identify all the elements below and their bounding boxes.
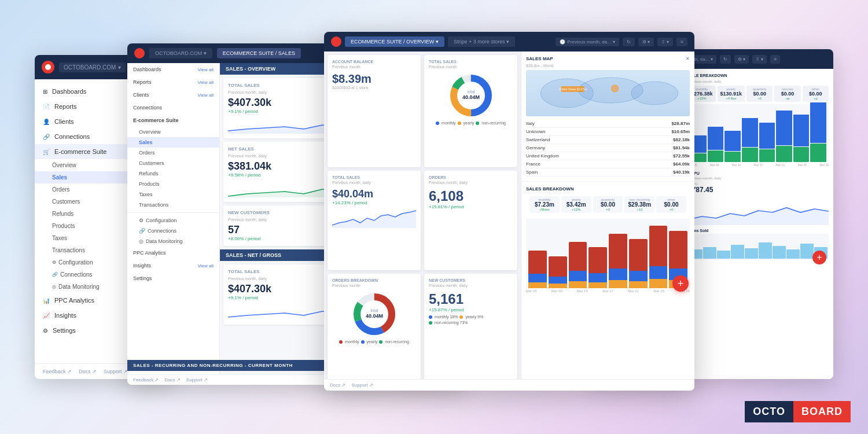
country-unknown: Unknown $10.65m (526, 128, 690, 136)
p2-sub-refunds[interactable]: Refunds (127, 168, 219, 179)
p2-sub-conns[interactable]: 🔗 Connections (127, 226, 219, 236)
p3-date-control[interactable]: 🕐 Previous month, da... ▾ (556, 38, 619, 46)
p4-share[interactable]: ⇧ ▾ (752, 55, 767, 64)
main-container: OCTOBOARD.COM ▾ ⊞ Dashboards View all 📄 … (35, 32, 833, 402)
p3-card-orders: ORDERS Previous month, daily 6,108 +15.8… (424, 171, 517, 270)
svg-text:total: total (467, 90, 475, 94)
p3-sales-breakdown-title: SALES BREAKDOWN (526, 186, 690, 192)
svg-text:United States $14.5m: United States $14.5m (559, 87, 587, 91)
p3-metrics-grid: ACCOUNT BALANCE Previous month $8.39m $1… (324, 52, 521, 389)
p3-breakdown-chart (526, 219, 690, 288)
p3-tab-stripe[interactable]: Stripe + 3 more stores ▾ (448, 36, 515, 47)
p2-sub-overview[interactable]: Overview (127, 127, 219, 137)
p3-card-total-sales-line: TOTAL SALES Previous month, daily $40.04… (328, 171, 421, 270)
country-france: France $64.09k (526, 160, 690, 168)
brand-badge: OCTO BOARD (745, 401, 851, 422)
p2-sub-customers[interactable]: Customers (127, 158, 219, 168)
svg-point-15 (612, 85, 619, 92)
svg-text:total: total (370, 308, 378, 312)
p3-card-new-customers: NEW CUSTOMERS Previous month, daily 5,16… (424, 274, 517, 386)
p2-nav-settings[interactable]: Settings (127, 272, 219, 285)
p4-bar-chart (688, 104, 829, 162)
p2-sub-sales[interactable]: Sales (127, 137, 219, 148)
p2-sub-products[interactable]: Products (127, 179, 219, 189)
p4-settings[interactable]: ⚙ ▾ (734, 55, 749, 64)
p1-domain-selector[interactable]: OCTOBOARD.COM ▾ (59, 62, 126, 72)
panel-main: ECOMMERCE SUITE / OVERVIEW ▾ Stripe + 3 … (324, 32, 694, 391)
p4-add-button[interactable]: + (812, 251, 826, 264)
p2-sub-data-mon[interactable]: ◎ Data Monitoring (127, 236, 219, 247)
country-italy: Italy $28.87m (526, 120, 690, 128)
svg-text:40.04M: 40.04M (365, 313, 382, 319)
p2-tab-domain[interactable]: OCTOBOARD.COM ▾ (149, 48, 212, 58)
p3-add-button[interactable]: + (672, 275, 689, 292)
p2-nav-dashboards[interactable]: Dashboards View all (127, 63, 219, 76)
country-switzerland: Switzerland $82.18k (526, 136, 690, 144)
svg-point-14 (631, 82, 678, 105)
p2-nav-clients[interactable]: Clients View all (127, 89, 219, 101)
p3-card-total-sales-donut: TOTAL SALES Previous month total 40.04M … (424, 55, 517, 167)
country-uk: United Kingdom $72.55k (526, 152, 690, 160)
p3-tab-suite[interactable]: ECOMMERCE SUITE / OVERVIEW ▾ (345, 36, 444, 47)
p2-sidebar: Dashboards View all Reports View all Cli… (127, 63, 220, 384)
p2-nav-reports[interactable]: Reports View all (127, 76, 219, 89)
p4-sale-breakdown: SALE BREAKDOWN Previous month, daily mon… (686, 71, 831, 262)
p3-right-panel: SALES MAP ✕ $39.9m - World (521, 52, 694, 389)
octoboard-logo (42, 61, 54, 73)
p3-card-account-balance: ACCOUNT BALANCE Previous month $8.39m $1… (328, 55, 421, 167)
p4-refresh[interactable]: ↻ (720, 55, 731, 64)
p3-refresh-btn[interactable]: ↻ (623, 38, 635, 46)
p2-nav-connections[interactable]: Connections (127, 101, 219, 114)
p3-card-orders-breakdown: ORDERS BREAKDOWN Previous month total 40… (328, 274, 421, 386)
p3-sales-map-title: SALES MAP (526, 56, 553, 61)
brand-octo: OCTO (745, 401, 793, 422)
p4-menu[interactable]: ≡ (770, 55, 780, 64)
p3-menu-btn[interactable]: ≡ (676, 38, 687, 46)
p2-nav-suite[interactable]: E-commerce Suite (127, 114, 219, 127)
p2-tab-suite[interactable]: ECOMMERCE SUITE / SALES (217, 48, 301, 58)
p3-topbar: ECOMMERCE SUITE / OVERVIEW ▾ Stripe + 3 … (324, 32, 694, 52)
p2-sub-taxes[interactable]: Taxes (127, 189, 219, 200)
p2-sub-orders[interactable]: Orders (127, 148, 219, 158)
country-germany: Germany $81.94k (526, 144, 690, 152)
p3-footer: Docs ↗ Support ↗ (324, 379, 694, 391)
p2-nav-insights[interactable]: Insights View all (127, 259, 219, 272)
p3-body: ACCOUNT BALANCE Previous month $8.39m $1… (324, 52, 694, 389)
p4-right-panel: SALE BREAKDOWN Previous month, daily mon… (683, 69, 833, 379)
p2-sub-config[interactable]: ⚙ Configuration (127, 215, 219, 226)
p2-nav-ppc[interactable]: PPC Analytics (127, 247, 219, 259)
p2-sub-transactions[interactable]: Transactions (127, 200, 219, 210)
svg-text:40.04M: 40.04M (462, 94, 479, 100)
p3-share-btn[interactable]: ⇧ ▾ (657, 38, 673, 46)
brand-board: BOARD (793, 401, 851, 422)
country-spain: Spain $40.19k (526, 168, 690, 176)
p3-settings-btn[interactable]: ⚙ ▾ (638, 38, 654, 46)
